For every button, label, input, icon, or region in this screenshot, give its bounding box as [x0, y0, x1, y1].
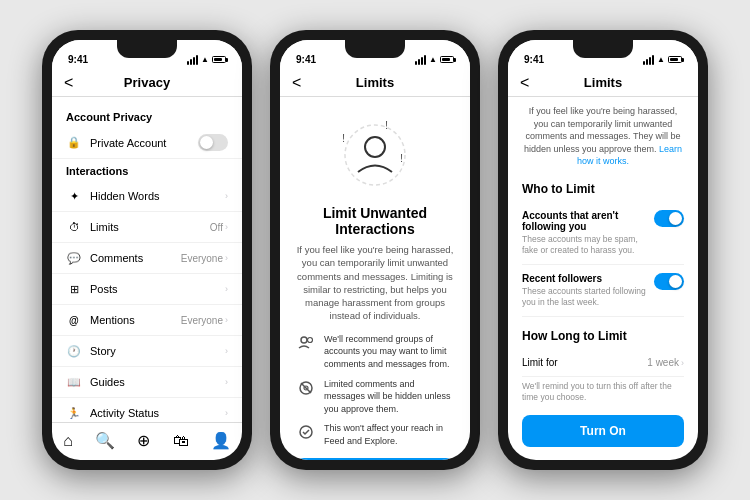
add-nav-icon[interactable]: ⊕	[137, 431, 150, 450]
posts-item[interactable]: ⊞ Posts ›	[52, 274, 242, 305]
interactions-label: Interactions	[52, 159, 242, 181]
chevron-icon-limit: ›	[681, 358, 684, 368]
search-nav-icon[interactable]: 🔍	[95, 431, 115, 450]
chevron-icon: ›	[225, 253, 228, 263]
status-time-3: 9:41	[524, 54, 544, 65]
mentions-value: Everyone	[181, 315, 223, 326]
phones-container: 9:41 ▲ < Privacy Acco	[42, 30, 708, 470]
story-label: Story	[90, 345, 116, 357]
chevron-icon: ›	[225, 284, 228, 294]
battery-icon	[212, 56, 226, 63]
activity-status-item[interactable]: 🏃 Activity Status ›	[52, 398, 242, 422]
feature-text-2: Limited comments and messages will be hi…	[324, 378, 454, 416]
who-to-limit-heading: Who to Limit	[522, 182, 684, 196]
limits-header: < Limits	[280, 69, 470, 97]
mentions-label: Mentions	[90, 314, 135, 326]
private-account-toggle[interactable]	[198, 134, 228, 151]
not-following-label: Accounts that aren't following you	[522, 210, 646, 232]
status-time-1: 9:41	[68, 54, 88, 65]
phone-limits: 9:41 ▲ < Limits	[270, 30, 480, 470]
phone-limits-screen: 9:41 ▲ < Limits	[280, 40, 470, 460]
battery-icon-2	[440, 56, 454, 63]
comments-icon: 💬	[66, 250, 82, 266]
hidden-words-item[interactable]: ✦ Hidden Words ›	[52, 181, 242, 212]
groups-icon	[296, 333, 316, 353]
limits-settings-header: < Limits	[508, 69, 698, 97]
continue-button[interactable]: Continue	[296, 458, 454, 460]
svg-point-6	[308, 337, 313, 342]
guides-label: Guides	[90, 376, 125, 388]
back-button-3[interactable]: <	[520, 74, 529, 92]
hidden-words-icon: ✦	[66, 188, 82, 204]
shop-nav-icon[interactable]: 🛍	[173, 432, 189, 450]
limit-content: ! ! ! Limit Unwanted Interactions If you…	[280, 97, 470, 460]
guides-item[interactable]: 📖 Guides ›	[52, 367, 242, 398]
hidden-comments-icon	[296, 378, 316, 398]
profile-nav-icon[interactable]: 👤	[211, 431, 231, 450]
limit-illustration: ! ! !	[330, 107, 420, 197]
limit-for-row[interactable]: Limit for 1 week ›	[522, 349, 684, 377]
recent-followers-toggle[interactable]	[654, 273, 684, 290]
limit-title: Limit Unwanted Interactions	[296, 205, 454, 237]
story-item[interactable]: 🕐 Story ›	[52, 336, 242, 367]
how-long-heading: How Long to Limit	[522, 329, 684, 343]
bottom-nav-1: ⌂ 🔍 ⊕ 🛍 👤	[52, 422, 242, 460]
wifi-icon: ▲	[201, 55, 209, 64]
limit-unwanted-icon: ! ! !	[330, 107, 420, 197]
limits-value: Off	[210, 222, 223, 233]
limit-for-note: We'll remind you to turn this off after …	[522, 381, 684, 403]
posts-icon: ⊞	[66, 281, 82, 297]
comments-label: Comments	[90, 252, 143, 264]
limits-icon: ⏱	[66, 219, 82, 235]
comments-item[interactable]: 💬 Comments Everyone ›	[52, 243, 242, 274]
lock-icon: 🔒	[66, 135, 82, 151]
back-button-2[interactable]: <	[292, 74, 301, 92]
mentions-icon: @	[66, 312, 82, 328]
svg-text:!: !	[342, 132, 345, 144]
feature-item-2: Limited comments and messages will be hi…	[296, 378, 454, 416]
home-nav-icon[interactable]: ⌂	[63, 432, 73, 450]
feature-item-3: This won't affect your reach in Feed and…	[296, 422, 454, 447]
privacy-title: Privacy	[124, 75, 170, 90]
limits-intro-text: If you feel like you're being harassed, …	[522, 105, 684, 168]
privacy-header: < Privacy	[52, 69, 242, 97]
wifi-icon-2: ▲	[429, 55, 437, 64]
signal-icon-2	[415, 55, 426, 65]
svg-text:!: !	[400, 152, 403, 164]
notch	[117, 40, 177, 58]
limits-item[interactable]: ⏱ Limits Off ›	[52, 212, 242, 243]
hidden-words-label: Hidden Words	[90, 190, 160, 202]
story-icon: 🕐	[66, 343, 82, 359]
chevron-icon: ›	[225, 222, 228, 232]
limit-for-value: 1 week	[647, 357, 679, 368]
not-following-toggle[interactable]	[654, 210, 684, 227]
chevron-icon: ›	[225, 191, 228, 201]
phone-privacy: 9:41 ▲ < Privacy Acco	[42, 30, 252, 470]
status-icons-3: ▲	[643, 55, 682, 65]
status-icons-2: ▲	[415, 55, 454, 65]
status-time-2: 9:41	[296, 54, 316, 65]
feature-list: We'll recommend groups of accounts you m…	[296, 333, 454, 448]
not-following-option: Accounts that aren't following you These…	[522, 202, 684, 265]
feature-text-1: We'll recommend groups of accounts you m…	[324, 333, 454, 371]
wifi-icon-3: ▲	[657, 55, 665, 64]
back-button-1[interactable]: <	[64, 74, 73, 92]
limits-header-title: Limits	[356, 75, 394, 90]
limit-for-label: Limit for	[522, 357, 558, 368]
private-account-item[interactable]: 🔒 Private Account	[52, 127, 242, 159]
how-long-section: How Long to Limit Limit for 1 week › We'…	[522, 325, 684, 403]
svg-point-0	[345, 125, 405, 185]
checkmark-icon	[296, 422, 316, 442]
svg-line-9	[301, 383, 311, 393]
limits-settings-title: Limits	[584, 75, 622, 90]
turn-on-button[interactable]: Turn On	[522, 415, 684, 447]
posts-label: Posts	[90, 283, 118, 295]
recent-followers-desc: These accounts started following you in …	[522, 286, 646, 308]
activity-label: Activity Status	[90, 407, 159, 419]
status-icons-1: ▲	[187, 55, 226, 65]
feature-text-3: This won't affect your reach in Feed and…	[324, 422, 454, 447]
recent-followers-option: Recent followers These accounts started …	[522, 265, 684, 317]
phone-privacy-screen: 9:41 ▲ < Privacy Acco	[52, 40, 242, 460]
battery-icon-3	[668, 56, 682, 63]
mentions-item[interactable]: @ Mentions Everyone ›	[52, 305, 242, 336]
